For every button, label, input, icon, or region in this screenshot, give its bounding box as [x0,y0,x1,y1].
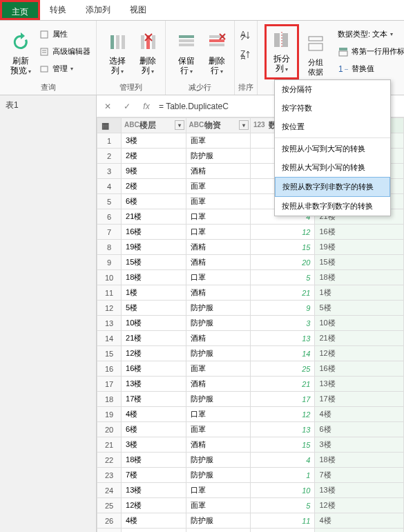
cell[interactable]: 酒精 [186,255,250,270]
cell[interactable]: 12 [250,407,314,422]
cell[interactable]: 11 [250,513,314,529]
cell[interactable]: 1楼 [122,285,186,301]
cell[interactable]: 9 [250,301,314,316]
dropdown-item[interactable]: 按照从非数字到数字的转换 [275,197,390,216]
cell[interactable]: 防护服 [186,513,250,529]
cell[interactable]: 13楼 [315,483,404,498]
table-row[interactable]: 206楼面罩136楼 [97,422,404,437]
cell[interactable]: 21 [250,285,314,301]
cell[interactable]: 1 [250,468,314,483]
cell[interactable]: 口罩 [186,270,250,285]
cell[interactable]: 12楼 [315,498,404,513]
manage-button[interactable]: 管理▾ [36,61,93,77]
cell[interactable]: 4楼 [315,513,404,529]
table-row[interactable]: 1310楼防护服310楼 [97,316,404,331]
remove-columns-button[interactable]: 删除 列▾ [133,24,163,79]
split-column-button[interactable]: 拆分 列▾ [264,24,299,79]
cell[interactable]: 17楼 [315,392,404,407]
column-header[interactable]: ABC楼层▾ [122,118,186,133]
cell[interactable]: 酒精 [186,437,250,453]
choose-columns-button[interactable]: 选择 列▾ [102,24,133,79]
filter-icon[interactable]: ▾ [239,120,249,130]
cell[interactable]: 面罩 [186,529,250,533]
cell[interactable]: 1楼 [315,285,404,301]
cell[interactable]: 酒精 [186,377,250,392]
table-row[interactable]: 2512楼面罩512楼 [97,498,404,513]
cell[interactable]: 20 [250,255,314,270]
table-row[interactable]: 915楼酒精2015楼 [97,255,404,270]
table-row[interactable]: 716楼口罩1216楼 [97,225,404,240]
cell[interactable]: 3楼 [122,437,186,453]
cell[interactable]: 面罩 [186,422,250,437]
cell[interactable]: 防护服 [186,453,250,468]
cell[interactable]: 3楼 [122,133,186,149]
cell[interactable]: 10 [250,483,314,498]
cell[interactable]: 5 [250,498,314,513]
cell[interactable]: 面罩 [186,133,250,149]
cell[interactable]: 13楼 [122,377,186,392]
table-row[interactable]: 213楼酒精153楼 [97,437,404,453]
filter-icon[interactable]: ▾ [175,120,184,130]
tab-home[interactable]: 主页 [0,0,40,20]
cell[interactable]: 18楼 [122,270,186,285]
properties-button[interactable]: 属性 [36,27,93,42]
dropdown-item-selected[interactable]: 按照从数字到非数字的转换 [275,177,390,197]
cell[interactable]: 13 [250,331,314,346]
cell[interactable]: 12 [250,225,314,240]
table-row[interactable]: 1616楼面罩2516楼 [97,361,404,377]
table-row[interactable]: 194楼口罩124楼 [97,407,404,422]
cell[interactable]: 5楼 [315,301,404,316]
cell[interactable]: 口罩 [186,407,250,422]
cell[interactable]: 面罩 [186,194,250,209]
cell[interactable]: 15楼 [315,255,404,270]
cell[interactable]: 酒精 [186,285,250,301]
cell[interactable]: 防护服 [186,392,250,407]
tab-transform[interactable]: 转换 [40,0,76,20]
cell[interactable]: 13 [250,422,314,437]
use-first-row-header-button[interactable]: 将第一行用作标题▾ [335,44,404,59]
cell[interactable]: 酒精 [186,331,250,346]
cell[interactable]: 16楼 [122,225,186,240]
dropdown-item[interactable]: 按照从小写到大写的转换 [275,140,390,158]
cell[interactable]: 防护服 [186,149,250,164]
cell[interactable]: 6楼 [315,422,404,437]
cell[interactable]: 16楼 [315,225,404,240]
formula-fx-icon[interactable]: fx [140,99,153,113]
cell[interactable]: 16楼 [122,361,186,377]
column-header[interactable]: ABC物资▾ [186,118,250,133]
cell[interactable]: 4楼 [122,513,186,529]
group-by-button[interactable]: 分组 依据 [300,24,331,79]
table-row[interactable]: 1421楼酒精1321楼 [97,331,404,346]
dropdown-item[interactable]: 按字符数 [275,99,390,117]
rownum-header[interactable]: ▦ [97,118,122,133]
cell[interactable]: 25 [250,361,314,377]
table-row[interactable]: 819楼酒精1519楼 [97,240,404,255]
cell[interactable]: 21楼 [122,529,186,533]
tab-add-column[interactable]: 添加列 [76,0,120,20]
cell[interactable]: 4楼 [122,407,186,422]
cell[interactable]: 21楼 [315,331,404,346]
dropdown-item[interactable]: 按分隔符 [275,80,390,99]
advanced-editor-button[interactable]: 高级编辑器 [36,44,93,59]
cell[interactable]: 21 [250,377,314,392]
table-row[interactable]: 125楼防护服95楼 [97,301,404,316]
table-row[interactable]: 2721楼面罩 [97,529,404,533]
table-row[interactable]: 237楼防护服17楼 [97,468,404,483]
data-type-button[interactable]: 数据类型: 文本▾ [335,27,404,42]
cell[interactable]: 3楼 [315,437,404,453]
remove-rows-button[interactable]: 删除 行▾ [202,24,232,79]
cell[interactable]: 10楼 [315,316,404,331]
cell[interactable]: 13楼 [315,377,404,392]
table-row[interactable]: 111楼酒精211楼 [97,285,404,301]
cell[interactable]: 防护服 [186,346,250,361]
table-row[interactable]: 1018楼口罩518楼 [97,270,404,285]
cell[interactable]: 6楼 [122,422,186,437]
formula-confirm-icon[interactable]: ✓ [120,99,134,113]
cell[interactable]: 19楼 [315,240,404,255]
cell[interactable]: 12楼 [122,498,186,513]
cell[interactable]: 3 [250,316,314,331]
table-row[interactable]: 2413楼口罩1013楼 [97,483,404,498]
table-row[interactable]: 2218楼防护服418楼 [97,453,404,468]
keep-rows-button[interactable]: 保留 行▾ [171,24,202,79]
query-item[interactable]: 表1 [6,99,90,111]
